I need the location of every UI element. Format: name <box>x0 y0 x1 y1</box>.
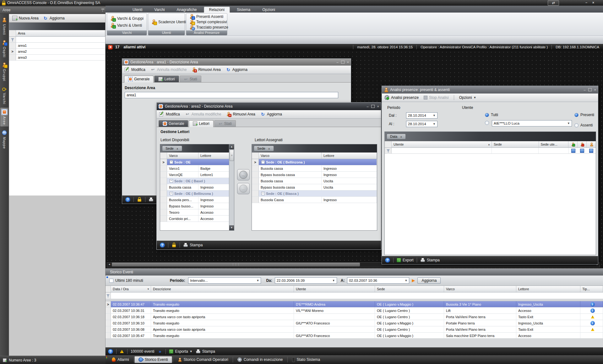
sede-group-pill[interactable]: Sede▲ <box>162 146 182 151</box>
aggiorna-button[interactable]: Aggiorna <box>226 67 247 72</box>
lettore-row[interactable]: Bypass busso...Ingresso <box>160 203 230 209</box>
column-header-lettore[interactable]: Lettore <box>516 286 580 292</box>
collapse-icon[interactable] <box>261 192 265 195</box>
lettore-row[interactable]: Bussola CassaIngresso <box>252 197 377 203</box>
modifica-button[interactable]: Modifica <box>159 112 180 117</box>
stampa-button[interactable]: Stampa <box>183 243 203 248</box>
tracciato-presenze-button[interactable]: Tracciato presenze <box>189 25 224 30</box>
stampa-button[interactable]: Stampa <box>420 258 440 263</box>
window-close[interactable]: × <box>594 88 596 92</box>
window-maximize[interactable] <box>588 88 592 91</box>
filter-row[interactable] <box>106 292 603 299</box>
print-icon[interactable] <box>149 197 154 202</box>
tab-generale[interactable]: Generale <box>159 120 188 127</box>
dock-tab-utenti[interactable]: Utenti <box>0 16 8 36</box>
column-header-descrizione[interactable]: Descrizione <box>151 286 294 292</box>
export-button[interactable]: Export <box>397 258 414 262</box>
lettore-row[interactable]: Bussola pers...Ingresso <box>160 197 230 203</box>
tab-generale[interactable]: Generale <box>124 76 154 83</box>
scroll-down-icon[interactable]: ▼ <box>229 225 234 230</box>
event-row[interactable]: 02.03.2007 10:35:47 Transito eseguito GI… <box>106 333 603 338</box>
event-row[interactable]: 02.03.2007 10:36:10 Transito eseguito GI… <box>106 320 603 326</box>
event-row[interactable]: 02.03.2007 10:36:31 Transito eseguito VI… <box>106 308 603 314</box>
help-icon[interactable] <box>385 258 390 263</box>
assign-reader-button[interactable]: → <box>237 169 250 180</box>
lettore-row[interactable]: Bussola cassaUscita <box>252 178 377 184</box>
grid-filter-icon[interactable] <box>589 149 593 153</box>
column-header-lettore[interactable]: Lettore <box>322 153 377 159</box>
collapse-icon[interactable] <box>261 160 265 164</box>
event-row[interactable]: 02.03.2007 10:36:08 Apertura varco con t… <box>106 326 603 333</box>
tab-lettori[interactable]: Lettori <box>189 120 213 127</box>
esporta-button[interactable]: Esporta▼ <box>169 349 192 354</box>
help-icon[interactable] <box>125 197 130 202</box>
scadenze-utenti-button[interactable]: Scadenze Utenti <box>151 19 182 24</box>
dock-tab-aree[interactable]: Aree <box>0 108 8 126</box>
column-header-tipo[interactable]: Tip... <box>580 286 603 292</box>
unassign-reader-button[interactable]: ← <box>237 183 250 194</box>
utente-combo[interactable]: AIE***LLO Luca▼ <box>492 120 572 126</box>
column-header-user-status[interactable] <box>587 141 596 147</box>
filter-row[interactable] <box>385 148 596 154</box>
periodo-combo[interactable]: Intervallo...▼ <box>188 277 261 284</box>
collapse-icon[interactable] <box>170 192 173 195</box>
tutti-radio[interactable]: Tutti <box>485 113 498 117</box>
tab-lettori[interactable]: Lettori <box>154 76 179 82</box>
dock-tab-varchi[interactable]: Varchi <box>0 85 8 105</box>
window-minimize[interactable]: – <box>336 60 338 64</box>
utente-radio[interactable] <box>485 121 489 125</box>
event-row[interactable]: 02.03.2007 10:36:18 Apertura varco con t… <box>106 314 603 320</box>
event-row[interactable]: 02.03.2007 10:36:47 Transito eseguito D'… <box>106 301 603 308</box>
group-row[interactable]: Sede : OE ( Bellinzona ) <box>252 159 377 165</box>
column-header-sede[interactable]: Sede <box>375 286 444 292</box>
area-row[interactable]: area1 <box>9 43 105 49</box>
play-icon[interactable] <box>412 278 417 283</box>
more-events-icon[interactable] <box>157 349 162 354</box>
lettore-row[interactable]: Bussola cassaIngresso <box>252 165 377 172</box>
lettore-row[interactable]: Varco1Badge <box>160 165 230 172</box>
tab-allarmi[interactable]: Allarmi <box>108 356 133 363</box>
modifica-button[interactable]: Modifica <box>125 67 145 72</box>
ribbon-tab-anagrafiche[interactable]: Anagrafiche <box>171 7 202 13</box>
tab-stati[interactable]: Stati <box>180 76 201 82</box>
window-maximize[interactable] <box>371 105 375 108</box>
window-titlebar[interactable]: GestioneArea : area1 - Descrizione Area … <box>122 59 351 66</box>
lettore-row[interactable]: Bypass bussola cassaUscita <box>252 184 377 190</box>
window-maximize[interactable] <box>341 61 345 64</box>
scroll-left-icon[interactable]: ◄ <box>107 263 111 266</box>
window-minimize[interactable]: – <box>584 88 585 92</box>
column-header-utente[interactable]: Utente <box>294 286 375 292</box>
grid-filter-icon[interactable] <box>580 149 584 153</box>
presenti-assenti-button[interactable]: Presenti Assenti <box>189 14 224 19</box>
tab-storico-eventi[interactable]: Storico Eventi <box>134 356 172 363</box>
tab-stati[interactable]: Stati <box>214 120 236 127</box>
ribbon-tab-sistema[interactable]: Sistema <box>232 7 255 13</box>
column-header-data-ora[interactable]: Data / Ora▼ <box>111 286 151 292</box>
lettore-row[interactable]: VarcoQELettore1 <box>160 172 230 178</box>
new-area-button[interactable]: Nuova Area <box>12 16 39 21</box>
lettore-row[interactable]: Corridoio pri...Accesso <box>160 216 230 222</box>
column-header-varco[interactable]: Varco <box>444 286 516 292</box>
dock-tab-ospiti[interactable]: Ospiti <box>0 39 8 59</box>
lettore-row[interactable]: TesoroAccesso <box>160 209 230 216</box>
group-row[interactable]: Sede : OE ( Biasca ) <box>252 190 377 197</box>
help-icon[interactable] <box>108 349 113 354</box>
stop-analisi-button[interactable]: Stop Analisi <box>424 95 449 100</box>
pin-icon[interactable] <box>102 9 103 12</box>
column-header-exit-status[interactable] <box>578 141 587 147</box>
column-header-sede[interactable]: Sede <box>492 141 539 147</box>
annulla-modifiche-button[interactable]: Annulla modifiche <box>185 112 221 117</box>
analisi-presenze-button[interactable]: Analisi presenze <box>384 95 419 100</box>
scrollbar-thumb[interactable] <box>230 150 234 161</box>
tab-storico-comandi[interactable]: Storico Comandi Operatori <box>174 356 232 363</box>
minimize-button[interactable] <box>584 0 589 5</box>
varchi-utenti-button[interactable]: Varchi & Utenti <box>110 23 144 28</box>
scrollbar-thumb[interactable] <box>112 263 360 266</box>
a-date-combo[interactable]: 02.03.2007 10:36▼ <box>347 277 409 284</box>
ribbon-tab-opzioni[interactable]: Opzioni <box>257 7 280 13</box>
group-row[interactable]: Sede : OE <box>160 159 230 165</box>
lettore-row[interactable]: Bypass bussola cassaIngresso <box>252 172 377 178</box>
window-close[interactable]: × <box>347 60 349 64</box>
area-row[interactable]: area3 <box>9 55 105 61</box>
window-minimize[interactable]: – <box>367 104 368 108</box>
